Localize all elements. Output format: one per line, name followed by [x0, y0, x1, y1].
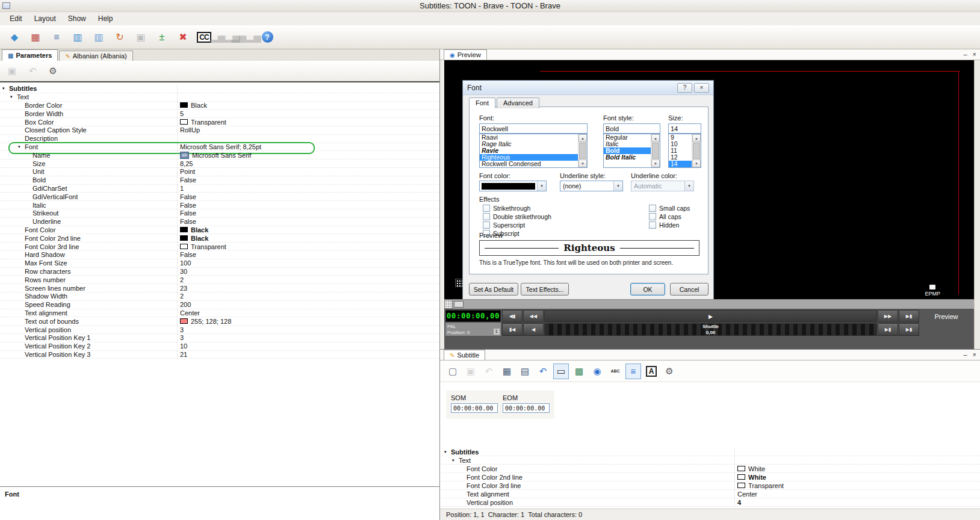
new-subtitle-icon[interactable]: ▢ [445, 364, 461, 379]
transport-button[interactable]: ▶▮ [878, 323, 898, 336]
effect-checkbox[interactable]: Hidden [649, 221, 690, 229]
property-row[interactable]: ▾ Subtitles [442, 448, 980, 456]
copy-format-icon[interactable]: ▥ [68, 28, 87, 46]
revert-icon[interactable]: ↶ [535, 364, 551, 379]
property-row[interactable]: Underline False [0, 218, 439, 226]
preview-scrollbar[interactable] [974, 60, 980, 349]
numbered-list-icon[interactable]: ≡ [47, 28, 66, 46]
property-row[interactable]: Description [0, 135, 439, 143]
font-icon[interactable]: A [644, 364, 659, 379]
property-row[interactable]: Name ab Microsoft Sans Serif [0, 151, 439, 159]
property-row[interactable]: Font Color 3rd line Transparent [0, 243, 439, 251]
chevron-down-icon[interactable]: ▾ [613, 181, 622, 191]
checkbox-icon[interactable] [649, 213, 656, 220]
spellcheck-icon[interactable]: ABC [607, 364, 623, 379]
shuttle-control[interactable]: Shuttle 0,00 [544, 323, 877, 336]
scroll-down-icon[interactable]: ▼ [651, 159, 660, 167]
dialog-tab-font[interactable]: Font [469, 98, 495, 108]
font-style-input[interactable]: Bold [603, 123, 660, 134]
size-list-item[interactable]: 10 [669, 141, 692, 147]
minimize-icon[interactable]: – [963, 51, 967, 58]
set-as-default-button[interactable]: Set As Default [469, 283, 518, 296]
property-row[interactable]: Closed Caption Style RollUp [0, 126, 439, 135]
property-row[interactable]: ▾ Text [442, 456, 980, 465]
seek-bar-button[interactable] [444, 300, 453, 309]
style-list-item[interactable]: Bold [604, 147, 651, 154]
style-list-item[interactable]: Bold Italic [604, 154, 651, 161]
play-button[interactable]: ▶ [544, 310, 877, 323]
size-list-scrollbar[interactable]: ▲ ▼ [692, 134, 701, 167]
font-list-item[interactable]: Rage Italic [480, 141, 578, 147]
scroll-thumb[interactable] [579, 143, 586, 159]
effect-checkbox[interactable]: All caps [649, 212, 690, 220]
wrench-icon[interactable]: ⚙ [46, 64, 60, 78]
font-color-dropdown[interactable]: ▾ [479, 181, 547, 191]
style-list-scrollbar[interactable]: ▲ ▼ [651, 134, 660, 167]
seek-bar[interactable] [444, 299, 974, 309]
checkbox-icon[interactable] [483, 213, 490, 220]
property-row[interactable]: Italic False [0, 201, 439, 209]
expander-icon[interactable]: ▾ [452, 458, 459, 463]
timecode-icon[interactable]: ▦ [499, 364, 515, 379]
new-list-icon[interactable]: ◆ [5, 28, 24, 46]
dialog-help-icon[interactable]: ? [677, 83, 692, 93]
property-row[interactable]: Row characters 30 [0, 268, 439, 276]
menu-item[interactable]: Show [62, 12, 92, 25]
undo-icon[interactable]: ↶ [481, 364, 497, 379]
expander-icon[interactable]: ▾ [10, 94, 17, 99]
effect-checkbox[interactable]: Strikethrough [483, 204, 551, 212]
checkbox-icon[interactable] [649, 205, 656, 212]
property-row[interactable]: GdiCharSet 1 [0, 185, 439, 193]
scroll-up-icon[interactable]: ▲ [578, 134, 587, 142]
text-effects-button[interactable]: Text Effects... [521, 283, 569, 296]
scene-detect-icon[interactable]: ▩ [571, 364, 587, 379]
settings-icon[interactable]: ⚙ [662, 364, 677, 379]
property-row[interactable]: Max Font Size 100 [0, 259, 439, 268]
property-row[interactable]: GdiVerticalFont False [0, 193, 439, 201]
property-row[interactable]: ▾ Font Microsoft Sans Serif; 8,25pt [0, 143, 439, 152]
dialog-tab-advanced[interactable]: Advanced [497, 98, 539, 108]
size-list-item[interactable]: 11 [669, 147, 692, 154]
scroll-down-icon[interactable]: ▼ [578, 159, 587, 167]
web-icon[interactable]: ◉ [589, 364, 605, 379]
menu-item[interactable]: Help [92, 12, 119, 25]
undo-icon[interactable]: ↶ [25, 64, 40, 78]
property-row[interactable]: Font Color 3rd line Transparent [442, 481, 980, 490]
scroll-thumb[interactable] [652, 143, 659, 159]
save-icon[interactable]: ▣ [5, 64, 19, 78]
size-input[interactable]: 14 [668, 123, 701, 134]
expander-icon[interactable]: ▾ [2, 86, 9, 91]
scroll-up-icon[interactable]: ▲ [692, 134, 701, 142]
property-row[interactable]: Vertical Position Key 3 21 [0, 351, 439, 359]
font-list-scrollbar[interactable]: ▲ ▼ [578, 134, 587, 167]
tab-subtitle[interactable]: ✎ Subtitle [444, 350, 485, 360]
font-name-input[interactable]: Rockwell [479, 123, 588, 134]
property-row[interactable]: ▾ Subtitles [0, 85, 439, 93]
minimize-icon[interactable]: – [963, 351, 967, 358]
property-row[interactable]: Unit Point [0, 168, 439, 176]
insert-delete-icon[interactable]: ± [152, 28, 172, 46]
property-row[interactable]: Font Color 2nd line Black [0, 234, 439, 243]
checkbox-icon[interactable] [483, 205, 490, 212]
property-row[interactable]: Screen lines number 23 [0, 284, 439, 292]
transport-button[interactable]: ◀▮ [502, 310, 523, 323]
property-row[interactable]: Shadow Width 2 [0, 292, 439, 301]
property-row[interactable]: Hard Shadow False [0, 251, 439, 259]
size-list-item[interactable]: 9 [669, 134, 692, 141]
seek-handle[interactable] [454, 301, 464, 308]
scroll-thumb[interactable] [693, 143, 700, 159]
expander-icon[interactable]: ▾ [18, 144, 25, 149]
property-row[interactable]: Rows number 2 [0, 276, 439, 284]
preview-mode-label[interactable]: Preview [920, 310, 973, 323]
style-list-item[interactable]: Regular [604, 134, 651, 141]
close-icon[interactable]: × [973, 351, 976, 358]
transport-button[interactable]: ◀ [523, 323, 544, 336]
eom-input[interactable]: 00:00:00.00 [503, 403, 550, 413]
property-row[interactable]: Font Color White [442, 465, 980, 473]
menu-item[interactable]: Edit [4, 12, 28, 25]
size-list-item[interactable]: 12 [669, 154, 692, 161]
align-center-icon[interactable]: ≡ [625, 364, 641, 379]
tab-preview[interactable]: ◉ Preview [444, 49, 487, 60]
menu-item[interactable]: Layout [28, 12, 62, 25]
import-icon[interactable]: ↻ [110, 28, 129, 46]
